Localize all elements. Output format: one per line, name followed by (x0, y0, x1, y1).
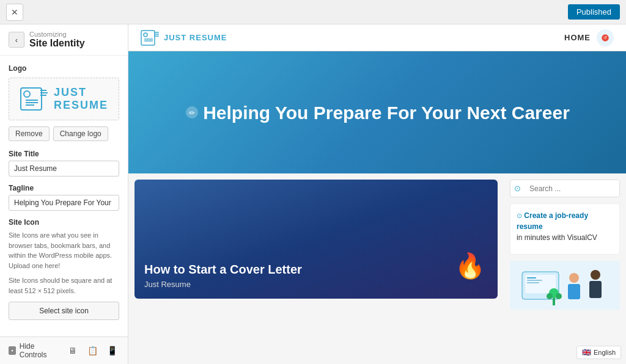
svg-point-26 (591, 270, 600, 280)
top-bar: ✕ Published (0, 0, 626, 24)
tagline-label: Tagline (9, 184, 119, 192)
logo-svg-icon (20, 84, 49, 114)
view-icons: 🖥 📋 📱 (65, 343, 119, 358)
illustration-svg (516, 263, 614, 308)
preview-nav-text: JUST RESUME (164, 33, 227, 42)
site-icon-section: Site Icon Site Icons are what you see in… (9, 218, 119, 320)
section-title: Site Identity (29, 38, 85, 49)
desktop-view-button[interactable]: 🖥 (65, 343, 80, 358)
preview-content: 🔥 How to Start a Cover Letter Just Resum… (128, 173, 626, 364)
flag-icon: 🇬🇧 (582, 348, 591, 357)
close-icon: ✕ (11, 7, 18, 17)
svg-text:✏: ✏ (189, 109, 195, 117)
mobile-view-button[interactable]: 📱 (105, 343, 119, 358)
site-icon-description: Site Icons are what you see in browser t… (9, 230, 119, 271)
promo-card-text: ⊙ Create a job-ready resume in minutes w… (517, 210, 613, 243)
left-panel: ‹ Customizing Site Identity Logo (0, 24, 128, 364)
person-illustration (510, 261, 620, 310)
main-area: ‹ Customizing Site Identity Logo (0, 24, 626, 364)
tagline-field: Tagline (9, 184, 119, 211)
blog-card-title: How to Start a Cover Letter (144, 261, 488, 277)
logo-buttons: Remove Change logo (9, 126, 119, 141)
site-title-label: Site Title (9, 150, 119, 158)
hide-controls-label: Hide Controls (20, 342, 57, 359)
blog-card: 🔥 How to Start a Cover Letter Just Resum… (134, 180, 498, 299)
preview-nav-logo-icon (141, 28, 160, 48)
language-badge[interactable]: 🇬🇧 English (576, 346, 621, 359)
search-prefix-icon: ⊙ (510, 180, 525, 197)
logo-text-resume: RESUME (54, 99, 108, 112)
svg-point-9 (144, 33, 147, 37)
hero-edit-icon: ✏ (185, 105, 199, 120)
customizing-label: Customizing (29, 31, 85, 38)
logo-text-just: JUST (54, 86, 108, 99)
preview-nav: JUST RESUME HOME ↺ (128, 24, 626, 51)
svg-point-24 (569, 273, 579, 283)
svg-text:↺: ↺ (603, 35, 607, 40)
change-logo-button[interactable]: Change logo (53, 126, 108, 141)
site-title-input[interactable] (9, 161, 119, 177)
logo-image: JUST RESUME (20, 84, 108, 114)
close-button[interactable]: ✕ (6, 4, 23, 21)
search-input[interactable] (525, 180, 620, 197)
svg-rect-27 (589, 281, 602, 298)
toggle-icon: ▪ (9, 346, 16, 355)
site-title-field: Site Title (9, 150, 119, 177)
hero-heading: Helping You Prepare For Your Next Career (203, 101, 570, 125)
preview-nav-home-label: HOME (564, 33, 591, 42)
panel-header: ‹ Customizing Site Identity (0, 24, 128, 56)
language-label: English (594, 349, 616, 356)
tagline-input[interactable] (9, 195, 119, 211)
preview-nav-logo: JUST RESUME (141, 28, 227, 48)
promo-highlight-text: Create a job-ready resume (517, 211, 588, 231)
back-button[interactable]: ‹ (9, 32, 24, 48)
blog-card-emoji: 🔥 (455, 252, 485, 280)
preview-area: JUST RESUME HOME ↺ ✏ Helping You Prepare… (128, 24, 626, 364)
panel-body: Logo JUST RESUME (0, 56, 128, 337)
svg-rect-23 (527, 282, 539, 283)
back-icon: ‹ (15, 35, 18, 45)
svg-rect-25 (568, 284, 580, 299)
search-box: ⊙ 🔍 (510, 180, 620, 197)
site-icon-warning: Site Icons should be square and at least… (9, 275, 119, 296)
select-site-icon-button[interactable]: Select site icon (9, 302, 119, 320)
logo-preview-area: JUST RESUME (9, 78, 119, 120)
promo-card: ⊙ Create a job-ready resume in minutes w… (510, 203, 620, 255)
hero-edit-indicator: ✏ Helping You Prepare For Your Next Care… (185, 101, 570, 125)
site-icon-label: Site Icon (9, 218, 119, 227)
svg-rect-21 (527, 277, 536, 278)
svg-point-31 (556, 293, 562, 299)
svg-rect-8 (141, 31, 155, 45)
svg-point-30 (547, 293, 553, 299)
promo-text-2: in minutes with VisualCV (517, 233, 597, 242)
preview-sidebar-right: ⊙ 🔍 ⊙ Create a job-ready resume in minut… (504, 173, 626, 364)
svg-rect-22 (527, 280, 542, 281)
panel-bottom-bar: ▪ Hide Controls 🖥 📋 📱 (0, 337, 128, 364)
blog-card-subtitle: Just Resume (144, 280, 488, 289)
remove-logo-button[interactable]: Remove (9, 126, 50, 141)
logo-text-block: JUST RESUME (54, 86, 108, 112)
svg-point-1 (24, 91, 30, 97)
preview-hero: ✏ Helping You Prepare For Your Next Care… (128, 51, 626, 173)
panel-header-text: Customizing Site Identity (29, 31, 85, 49)
svg-rect-0 (21, 88, 42, 110)
tablet-view-button[interactable]: 📋 (85, 343, 100, 358)
published-button[interactable]: Published (568, 4, 620, 20)
logo-section-label: Logo (9, 64, 119, 73)
hide-controls-toggle[interactable]: ▪ Hide Controls (9, 342, 57, 359)
preview-nav-home-icon: ↺ (597, 29, 614, 46)
preview-card-left: 🔥 How to Start a Cover Letter Just Resum… (128, 173, 504, 364)
